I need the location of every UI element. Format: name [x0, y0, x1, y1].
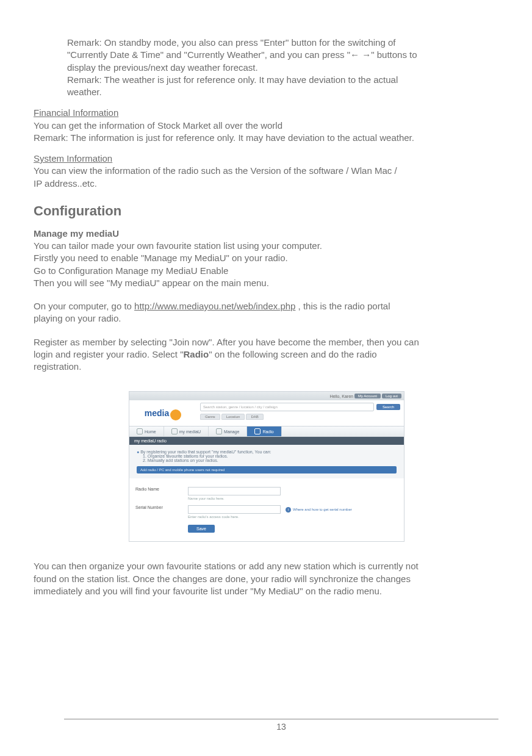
intro-line: 2. Manually add stations on your radios. [143, 458, 397, 463]
nav-label: Home [145, 430, 156, 434]
ss-label-serial: Serial Number [135, 505, 188, 509]
logo-icon [170, 409, 181, 420]
remark-line: "Currently Date & Time" and "Currently W… [67, 49, 498, 61]
logo-text: media [145, 408, 169, 418]
after-line: immediately and you will find your favou… [34, 585, 498, 597]
register-line: Register as member by selecting "Join no… [34, 336, 498, 348]
manage-line: Firstly you need to enable "Manage my Me… [34, 252, 498, 264]
ss-addradio-bar: Add radio / PC and mobile phone users no… [137, 466, 397, 473]
ss-nav-home[interactable]: Home [129, 427, 164, 436]
ss-tab-location[interactable]: Location [221, 414, 245, 420]
mediau-logo: media [129, 400, 196, 426]
oncomputer-line: playing on your radio. [34, 312, 498, 325]
ss-myaccount-button[interactable]: My Account [354, 394, 381, 398]
system-info-heading: System Information [34, 153, 498, 165]
info-icon: i [286, 507, 291, 513]
intro-line: 1. Organize favourite stations for your … [143, 454, 397, 458]
ss-header: media Search station, genre / location /… [129, 400, 404, 427]
remark-block: Remark: On standby mode, you also can pr… [67, 37, 498, 98]
ss-form: Radio Name Name your radio here. Serial … [129, 478, 404, 541]
manual-page: Remark: On standby mode, you also can pr… [0, 0, 532, 756]
ss-hint-radioname: Name your radio here. [188, 497, 398, 500]
page-number: 13 [64, 722, 498, 732]
home-icon [137, 428, 143, 434]
manage-line: Then you will see "My mediaU" appear on … [34, 277, 498, 289]
ss-nav-radio[interactable]: Radio [247, 427, 281, 436]
ss-hint-serial: Enter radio's access code here. [188, 515, 398, 519]
nav-label: Radio [262, 430, 273, 434]
after-line: You can then organize your own favourite… [34, 560, 498, 572]
oncomputer-pre: On your computer, go to [34, 301, 134, 311]
remark-line: weather. [67, 86, 498, 98]
mediayou-link[interactable]: http://www.mediayou.net/web/index.php [134, 301, 295, 311]
info-text: Where and how to get serial number [293, 508, 352, 511]
ss-input-radioname[interactable] [188, 487, 281, 495]
ss-label-radioname: Radio Name [135, 487, 188, 491]
ss-search-input[interactable]: Search station, genre / location / city … [200, 403, 374, 411]
ss-nav-mymediau[interactable]: my mediaU [164, 427, 209, 436]
mediau-screenshot: Hello, Karen My Account Log out media Se… [129, 391, 403, 542]
ss-serial-info-link[interactable]: iWhere and how to get serial number [286, 507, 352, 513]
register-part: login and register your radio. Select " [34, 349, 183, 359]
ss-intro: ● By registering your radio that support… [137, 450, 397, 463]
radio-icon [254, 428, 261, 434]
after-line: found on the station list. Once the chan… [34, 573, 498, 585]
register-line: registration. [34, 361, 498, 373]
nav-label: my mediaU [179, 430, 201, 434]
ss-nav-manage[interactable]: Manage [209, 427, 247, 436]
ss-logout-button[interactable]: Log out [382, 394, 401, 398]
register-part: " on the following screen and do the rad… [209, 349, 377, 359]
system-info-line: You can view the information of the radi… [34, 165, 498, 177]
ss-section-bar: my mediaU radio [129, 437, 404, 445]
page-footer: 13 [64, 719, 498, 732]
configuration-heading: Configuration [34, 203, 498, 219]
oncomputer-line: On your computer, go to http://www.media… [34, 300, 498, 312]
financial-info-line: Remark: The information is just for refe… [34, 132, 498, 144]
intro-line: By registering your radio that support "… [140, 450, 271, 454]
register-bold: Radio [183, 349, 209, 359]
remark-line: display the previous/next day weather fo… [67, 62, 498, 74]
remark-line: Remark: On standby mode, you also can pr… [67, 37, 498, 49]
ss-save-button[interactable]: Save [188, 525, 215, 533]
ss-hello-label: Hello, Karen [329, 394, 353, 398]
manage-line: Go to Configuration Manage my MediaU Ena… [34, 265, 498, 277]
ss-body: ● By registering your radio that support… [129, 445, 404, 478]
nav-label: Manage [224, 430, 239, 434]
ss-search-button[interactable]: Search [376, 404, 400, 410]
remark-line: Remark: The weather is just for referenc… [67, 74, 498, 86]
gear-icon [216, 428, 222, 434]
manage-line: You can tailor made your own favourite s… [34, 240, 498, 252]
star-icon [171, 428, 178, 434]
ss-input-serial[interactable] [188, 505, 281, 514]
oncomputer-post: , this is the radio portal [295, 301, 390, 311]
ss-tab-genre[interactable]: Genre [200, 414, 220, 420]
ss-topbar: Hello, Karen My Account Log out [129, 392, 404, 400]
register-line: login and register your radio. Select "R… [34, 348, 498, 361]
financial-info-heading: Financial Information [34, 107, 498, 119]
manage-mediau-heading: Manage my mediaU [34, 228, 498, 240]
footer-rule [64, 719, 498, 719]
system-info-line: IP address..etc. [34, 178, 498, 190]
financial-info-line: You can get the information of Stock Mar… [34, 120, 498, 132]
ss-tab-dab[interactable]: DAB [246, 414, 263, 420]
ss-search: Search station, genre / location / city … [200, 403, 400, 411]
ss-nav: Home my mediaU Manage Radio [129, 427, 404, 437]
